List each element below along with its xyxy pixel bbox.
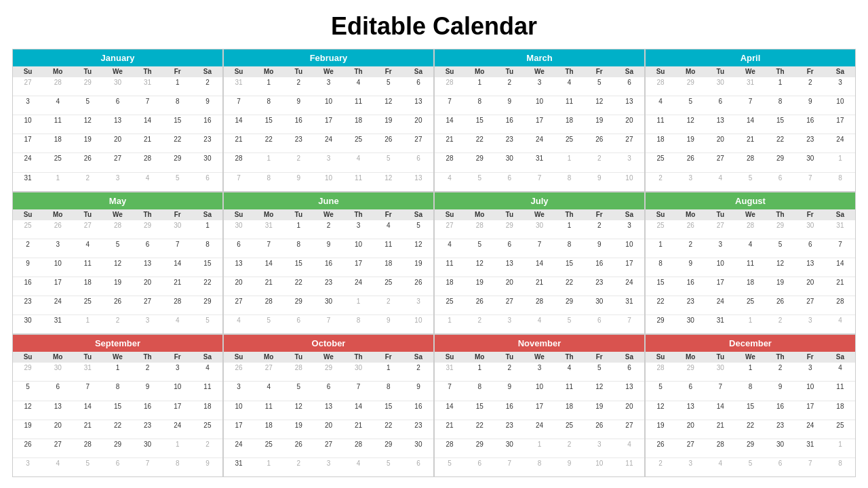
day-cell: 27: [705, 220, 735, 239]
day-cell: 28: [283, 362, 313, 381]
day-cell: 15: [646, 277, 675, 296]
day-cell: 19: [465, 277, 494, 296]
month-header-december: December: [646, 335, 855, 352]
day-cell: 26: [73, 152, 102, 171]
day-cell: 28: [735, 220, 765, 239]
day-cell: 11: [735, 258, 765, 277]
day-cell: 24: [43, 296, 73, 314]
day-cell: 17: [614, 258, 644, 277]
day-cell: 2: [133, 362, 163, 381]
day-cell: 6: [43, 381, 73, 400]
day-cell: 10: [705, 258, 735, 277]
day-header-cell: We: [524, 209, 554, 220]
day-cell: 3: [224, 381, 254, 400]
day-cell: 31: [435, 362, 465, 381]
day-cell: 11: [435, 258, 465, 277]
day-cell: 5: [465, 172, 494, 191]
day-cell: 3: [795, 362, 825, 381]
day-cell: 11: [555, 381, 585, 400]
day-headers: SuMoTuWeThFrSa: [646, 352, 855, 362]
day-cell: 5: [374, 77, 403, 96]
day-cell: 10: [224, 401, 254, 420]
day-cell: 31: [43, 314, 73, 333]
day-cell: 24: [13, 152, 43, 171]
day-cell: 3: [614, 152, 644, 171]
day-cell: 12: [283, 401, 313, 420]
day-cell: 21: [344, 420, 374, 439]
day-cell: 22: [735, 420, 765, 439]
day-cell: 3: [13, 96, 43, 115]
day-cell: 2: [283, 152, 313, 171]
day-cell: 26: [102, 296, 132, 314]
day-cell: 13: [403, 172, 433, 191]
month-block-july: JulySuMoTuWeThFrSa2728293012345678910111…: [434, 192, 645, 335]
day-cell: 9: [585, 239, 614, 258]
day-cell: 21: [825, 277, 855, 296]
days-grid: 2930311234567891011121314151617181920212…: [13, 362, 222, 476]
day-header-cell: Sa: [193, 209, 222, 220]
day-cell: 25: [193, 420, 222, 439]
day-cell: 6: [585, 314, 614, 333]
month-block-may: MaySuMoTuWeThFrSa25262728293012345678910…: [12, 192, 223, 335]
day-cell: 22: [646, 296, 675, 314]
day-cell: 27: [614, 134, 644, 152]
day-header-cell: Mo: [675, 352, 705, 362]
day-cell: 17: [524, 401, 554, 420]
day-cell: 6: [614, 77, 644, 96]
day-cell: 3: [795, 314, 825, 333]
day-cell: 4: [705, 458, 735, 476]
day-cell: 19: [646, 420, 675, 439]
day-cell: 11: [344, 172, 374, 191]
day-header-cell: Mo: [43, 66, 73, 77]
day-cell: 19: [283, 420, 313, 439]
day-cell: 6: [494, 172, 524, 191]
day-cell: 27: [224, 296, 254, 314]
day-header-cell: Fr: [374, 209, 403, 220]
day-header-cell: Th: [344, 352, 374, 362]
day-header-cell: Mo: [43, 209, 73, 220]
day-cell: 9: [193, 458, 222, 476]
month-header-september: September: [13, 335, 222, 352]
day-cell: 9: [313, 239, 343, 258]
day-cell: 1: [555, 152, 585, 171]
day-cell: 7: [313, 314, 343, 333]
day-header-cell: Tu: [73, 209, 102, 220]
day-cell: 14: [524, 258, 554, 277]
day-cell: 9: [555, 458, 585, 476]
day-cell: 30: [675, 314, 705, 333]
day-cell: 8: [193, 239, 222, 258]
day-headers: SuMoTuWeThFrSa: [224, 209, 433, 220]
day-headers: SuMoTuWeThFrSa: [224, 66, 433, 77]
day-cell: 29: [163, 152, 193, 171]
day-cell: 6: [494, 239, 524, 258]
day-cell: 3: [163, 362, 193, 381]
day-cell: 1: [465, 362, 494, 381]
day-cell: 23: [403, 420, 433, 439]
day-cell: 11: [193, 381, 222, 400]
days-grid: 2829303112345678910111213141516171819202…: [646, 77, 855, 191]
day-cell: 20: [494, 277, 524, 296]
day-cell: 23: [494, 420, 524, 439]
day-cell: 3: [524, 362, 554, 381]
day-cell: 28: [435, 439, 465, 458]
day-cell: 5: [163, 172, 193, 191]
day-cell: 16: [313, 258, 343, 277]
day-cell: 27: [313, 439, 343, 458]
day-cell: 9: [283, 172, 313, 191]
day-cell: 4: [825, 362, 855, 381]
day-cell: 19: [13, 420, 43, 439]
day-cell: 17: [43, 277, 73, 296]
day-header-cell: We: [102, 66, 132, 77]
day-cell: 25: [435, 296, 465, 314]
day-cell: 18: [254, 420, 283, 439]
day-header-cell: Tu: [73, 352, 102, 362]
day-cell: 22: [374, 420, 403, 439]
day-cell: 4: [73, 239, 102, 258]
day-cell: 15: [555, 258, 585, 277]
day-cell: 2: [766, 314, 795, 333]
day-cell: 4: [435, 172, 465, 191]
day-cell: 1: [555, 220, 585, 239]
days-grid: 2728293012345678910111213141516171819202…: [435, 220, 644, 334]
day-header-cell: Sa: [825, 66, 855, 77]
day-cell: 2: [283, 77, 313, 96]
